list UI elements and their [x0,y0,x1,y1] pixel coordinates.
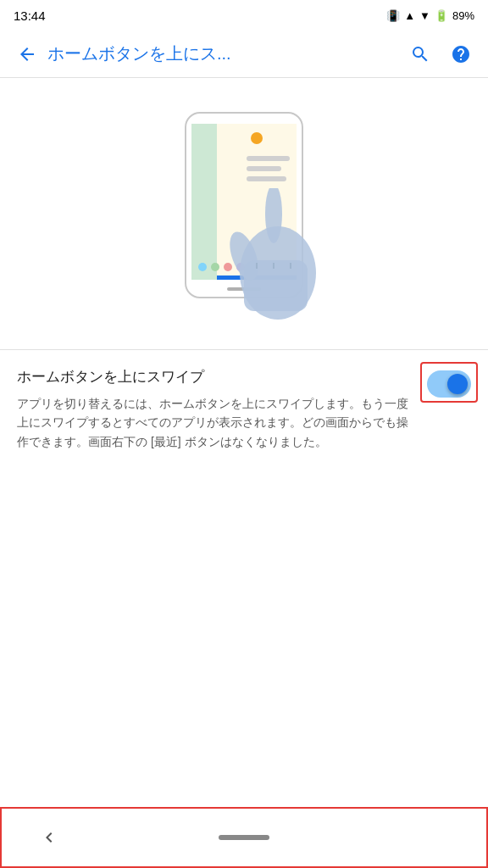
phone-illustration [168,103,320,324]
battery-percentage: 89% [452,9,474,22]
vibrate-icon: 📳 [386,9,400,22]
status-icons: 📳 ▲ ▼ 🔋 89% [386,9,474,22]
wifi-icon: ▼ [419,9,430,22]
screen-sidebar [191,124,217,280]
screen-line-2 [247,166,281,171]
screen-line-3 [247,176,286,181]
screen-notification-dot [251,132,263,144]
content-text-area: ホームボタンを上にスワイプ アプリを切り替えるには、ホームボタンを上にスワイプし… [17,367,413,451]
battery-icon: 🔋 [435,9,448,22]
navigation-bar [0,807,488,868]
app-bar: ホームボタンを上にス... [0,31,488,78]
toggle-thumb [447,374,468,394]
help-button[interactable] [444,37,478,71]
signal-icon: ▲ [404,9,415,22]
illustration-area [0,78,488,349]
content-description: アプリを切り替えるには、ホームボタンを上にスワイプします。もう一度上にスワイプす… [17,394,413,451]
app-dot-1 [198,263,207,271]
nav-back-button[interactable] [36,824,63,851]
status-time: 13:44 [14,8,46,23]
search-button[interactable] [403,37,437,71]
content-section: ホームボタンを上にスワイプ アプリを切り替えるには、ホームボタンを上にスワイプし… [0,350,488,468]
status-bar: 13:44 📳 ▲ ▼ 🔋 89% [0,0,488,31]
content-title: ホームボタンを上にスワイプ [17,367,413,387]
nav-home-pill[interactable] [219,835,269,840]
toggle-container [427,367,471,398]
app-dot-2 [211,263,219,271]
back-button[interactable] [10,37,44,71]
app-bar-actions [403,37,478,71]
toggle-track [427,370,471,398]
hand-illustration [227,188,329,324]
toggle-switch[interactable] [427,370,471,398]
page-title: ホームボタンを上にス... [47,42,403,65]
screen-line-1 [247,156,290,161]
svg-rect-3 [244,260,308,311]
